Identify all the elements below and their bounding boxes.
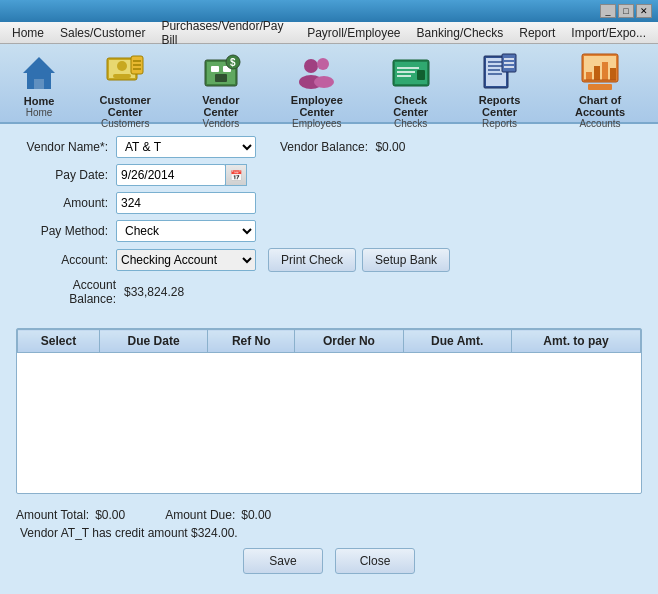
bills-table-container: Select Due Date Ref No Order No Due Amt.…: [16, 328, 642, 494]
svg-text:$: $: [230, 57, 236, 68]
svg-rect-5: [113, 74, 131, 78]
svg-point-17: [304, 59, 318, 73]
amount-total-item: Amount Total: $0.00: [16, 508, 125, 522]
toolbar-reports-label-bot: Reports: [482, 118, 517, 129]
footer-area: Amount Total: $0.00 Amount Due: $0.00 Ve…: [0, 502, 658, 578]
svg-rect-44: [588, 84, 612, 90]
toolbar-vendor-label-bot: Vendors: [203, 118, 240, 129]
toolbar-employee-center[interactable]: Employee Center Employees: [265, 48, 368, 122]
pay-date-row: Pay Date: 9/26/2014 📅: [16, 164, 642, 186]
vendor-balance-label: Vendor Balance:: [280, 140, 368, 154]
toolbar-chart-label-top: Chart of Accounts: [554, 94, 646, 118]
svg-point-18: [317, 58, 329, 70]
col-amt-to-pay: Amt. to pay: [511, 330, 640, 353]
title-bar: _ □ ✕: [0, 0, 658, 22]
menu-import-export[interactable]: Import/Expo...: [563, 24, 654, 42]
vendor-name-row: Vendor Name*: AT & T Vendor Balance: $0.…: [16, 136, 642, 158]
toolbar-chart-label-bot: Accounts: [579, 118, 620, 129]
pay-method-label: Pay Method:: [16, 224, 116, 238]
toolbar-employee-label-top: Employee Center: [273, 94, 360, 118]
home-icon: [17, 52, 61, 93]
close-btn[interactable]: ✕: [636, 4, 652, 18]
vendor-name-label: Vendor Name*:: [16, 140, 116, 154]
vendor-name-select[interactable]: AT & T: [116, 136, 256, 158]
menu-payroll-employee[interactable]: Payroll/Employee: [299, 24, 408, 42]
svg-rect-26: [417, 70, 425, 80]
col-ref-no: Ref No: [208, 330, 295, 353]
account-row: Account: Checking Account Savings Accoun…: [16, 248, 642, 272]
toolbar-chart-of-accounts[interactable]: Chart of Accounts Accounts: [546, 48, 654, 122]
close-button[interactable]: Close: [335, 548, 415, 574]
menu-home[interactable]: Home: [4, 24, 52, 42]
menu-report[interactable]: Report: [511, 24, 563, 42]
footer-buttons: Save Close: [16, 548, 642, 574]
col-due-date: Due Date: [100, 330, 208, 353]
toolbar: Home Home Customer Center Customers: [0, 44, 658, 124]
footer-totals: Amount Total: $0.00 Amount Due: $0.00: [16, 508, 642, 522]
svg-rect-12: [211, 66, 219, 72]
account-label: Account:: [16, 253, 116, 267]
pay-date-wrap: 9/26/2014 📅: [116, 164, 247, 186]
toolbar-check-label-top: Check Center: [376, 94, 445, 118]
credit-message: Vendor AT_T has credit amount $324.00.: [20, 526, 642, 540]
svg-rect-40: [594, 66, 600, 80]
table-empty-row: [18, 353, 641, 493]
toolbar-vendor-center[interactable]: $ Vendor Center Vendors: [176, 48, 265, 122]
chart-icon: [578, 52, 622, 92]
account-wrap: Checking Account Savings Account Print C…: [116, 248, 450, 272]
menu-bar: Home Sales/Customer Purchases/Vendor/Pay…: [0, 22, 658, 44]
toolbar-customer-label-top: Customer Center: [82, 94, 168, 118]
toolbar-reports-label-top: Reports Center: [461, 94, 538, 118]
amount-total-label: Amount Total:: [16, 508, 89, 522]
amount-due-value: $0.00: [241, 508, 271, 522]
amount-row: Amount:: [16, 192, 642, 214]
vendor-balance-value: $0.00: [375, 140, 405, 154]
pay-date-label: Pay Date:: [16, 168, 116, 182]
minimize-btn[interactable]: _: [600, 4, 616, 18]
toolbar-home-label-top: Home: [24, 95, 55, 107]
svg-rect-39: [586, 72, 592, 80]
customer-icon: [103, 52, 147, 92]
toolbar-employee-label-bot: Employees: [292, 118, 341, 129]
toolbar-vendor-label-top: Vendor Center: [184, 94, 257, 118]
main-content: Vendor Name*: AT & T Vendor Balance: $0.…: [0, 124, 658, 320]
toolbar-check-center[interactable]: Check Center Checks: [368, 48, 453, 122]
menu-banking-checks[interactable]: Banking/Checks: [409, 24, 512, 42]
toolbar-reports-center[interactable]: Reports Center Reports: [453, 48, 546, 122]
bills-table: Select Due Date Ref No Order No Due Amt.…: [17, 329, 641, 493]
print-check-button[interactable]: Print Check: [268, 248, 356, 272]
amount-due-label: Amount Due:: [165, 508, 235, 522]
account-balance-row: Account Balance: $33,824.28: [24, 278, 642, 306]
svg-point-20: [314, 76, 334, 88]
vendor-balance-area: Vendor Balance: $0.00: [280, 140, 405, 154]
toolbar-check-label-bot: Checks: [394, 118, 427, 129]
col-select: Select: [18, 330, 100, 353]
amount-total-value: $0.00: [95, 508, 125, 522]
account-balance-value: $33,824.28: [124, 285, 184, 299]
pay-date-input[interactable]: 9/26/2014: [116, 164, 226, 186]
amount-input[interactable]: [116, 192, 256, 214]
employee-icon: [295, 52, 339, 92]
col-order-no: Order No: [295, 330, 403, 353]
svg-rect-14: [215, 74, 227, 82]
toolbar-home[interactable]: Home Home: [4, 48, 74, 122]
menu-sales-customer[interactable]: Sales/Customer: [52, 24, 153, 42]
pay-method-select[interactable]: Check Cash Credit Card ACH: [116, 220, 256, 242]
col-due-amt: Due Amt.: [403, 330, 511, 353]
date-picker-btn[interactable]: 📅: [225, 164, 247, 186]
vendor-icon: $: [199, 52, 243, 92]
maximize-btn[interactable]: □: [618, 4, 634, 18]
toolbar-customer-label-bot: Customers: [101, 118, 149, 129]
check-icon: [389, 52, 433, 92]
account-select[interactable]: Checking Account Savings Account: [116, 249, 256, 271]
setup-bank-button[interactable]: Setup Bank: [362, 248, 450, 272]
menu-purchases-vendor[interactable]: Purchases/Vendor/Pay Bill: [153, 17, 299, 49]
reports-icon: [478, 52, 522, 92]
table-header-row: Select Due Date Ref No Order No Due Amt.…: [18, 330, 641, 353]
toolbar-customer-center[interactable]: Customer Center Customers: [74, 48, 176, 122]
save-button[interactable]: Save: [243, 548, 323, 574]
account-balance-label: Account Balance:: [24, 278, 124, 306]
amount-due-item: Amount Due: $0.00: [165, 508, 271, 522]
svg-rect-41: [602, 62, 608, 80]
amount-label: Amount:: [16, 196, 116, 210]
